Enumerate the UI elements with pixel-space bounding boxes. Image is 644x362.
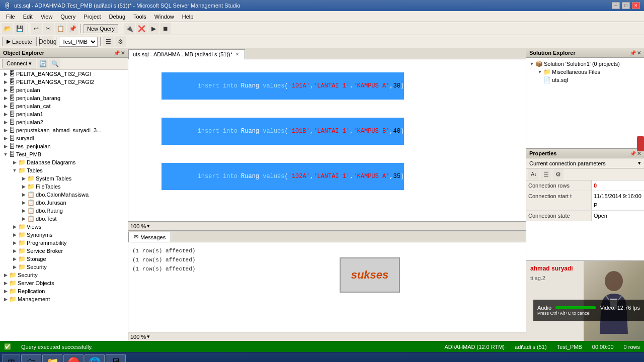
tree-item-synonyms[interactable]: ▶ 📁 Synonyms <box>0 231 128 239</box>
messages-icon: ✉ <box>134 234 138 240</box>
menu-view[interactable]: View <box>37 13 57 21</box>
tree-item-perpustakaan[interactable]: ▶ 🗄 perpustakaan_ahmad_suryadi_3... <box>0 126 128 134</box>
menu-debug[interactable]: Debug <box>105 13 129 21</box>
tree-item-solution[interactable]: ▼ 📦 Solution 'Solution1' (0 projects) <box>528 60 642 68</box>
taskbar-app-3[interactable]: 🔴 <box>63 354 84 363</box>
tree-item-penjualan2[interactable]: ▶ 🗄 penjualan2 <box>0 118 128 126</box>
toolbar-undo-btn[interactable]: ↩ <box>31 23 42 34</box>
menu-file[interactable]: File <box>2 13 19 21</box>
taskbar-app-1[interactable]: 🗂 <box>21 354 41 363</box>
tree-item-pelita1[interactable]: ▶ 🗄 PELITA_BANGSA_TI32_PAGI <box>0 70 128 78</box>
toolbar-open-btn[interactable]: 📂 <box>2 23 13 34</box>
editor-tab-close[interactable]: ✕ <box>235 52 239 57</box>
panel-pin-btn[interactable]: 📌 <box>114 50 120 56</box>
sukses-text: sukses <box>351 268 389 282</box>
tree-item-systables[interactable]: ▶ 📁 System Tables <box>0 174 128 183</box>
properties-dropdown-arrow[interactable]: ▾ <box>638 160 641 166</box>
results-zoom-dropdown[interactable]: ▾ <box>147 333 150 340</box>
tree-item-tes-penjualan[interactable]: ▶ 🗄 tes_penjualan <box>0 142 128 150</box>
minimize-button[interactable]: ─ <box>612 2 620 9</box>
menu-edit[interactable]: Edit <box>19 13 37 21</box>
tree-item-filetables[interactable]: ▶ 📁 FileTables <box>0 183 128 191</box>
tree-item-replication[interactable]: ▶ 📁 Replication <box>0 287 128 295</box>
toolbar-more-1[interactable]: ☰ <box>103 36 114 47</box>
props-prop-btn[interactable]: ⚙ <box>552 169 564 180</box>
tree-item-penjualan-cat[interactable]: ▶ 🗄 penjualan_cat <box>0 102 128 110</box>
tree-item-suryadi[interactable]: ▶ 🗄 suryadi <box>0 134 128 142</box>
toolbar-cut-btn[interactable]: ✂ <box>43 23 54 34</box>
tree-item-security-inner[interactable]: ▶ 📁 Security <box>0 263 128 271</box>
tree-item-jurusan[interactable]: ▶ 📋 dbo.Jurusan <box>0 199 128 207</box>
tree-item-penjualan-barang[interactable]: ▶ 🗄 penjualan_barang <box>0 94 128 102</box>
execute-button[interactable]: ▶ Execute <box>2 37 37 46</box>
tree-item-storage[interactable]: ▶ 📁 Storage <box>0 255 128 263</box>
tree-item-programmability[interactable]: ▶ 📁 Programmability <box>0 239 128 247</box>
toolbar-run-btn[interactable]: ▶ <box>148 23 159 34</box>
restore-button[interactable]: □ <box>622 2 630 9</box>
tree-item-tables[interactable]: ▼ 📁 Tables <box>0 166 128 174</box>
sol-close-btn[interactable]: ✕ <box>637 50 641 56</box>
tree-item-dbotest[interactable]: ▶ 📋 dbo.Test <box>0 215 128 223</box>
tree-arrow-solution: ▼ <box>528 61 535 66</box>
tree-item-penjualan1[interactable]: ▶ 🗄 penjualan1 <box>0 110 128 118</box>
tree-arrow-tables: ▼ <box>11 168 18 173</box>
tree-item-servicebroker[interactable]: ▶ 📁 Service Broker <box>0 247 128 255</box>
tree-item-uts-sql[interactable]: 📄 uts.sql <box>528 76 642 84</box>
debug-button[interactable]: Debug <box>42 36 53 47</box>
tree-arrow-pelita2: ▶ <box>2 79 9 84</box>
results-tab-messages[interactable]: ✉ Messages <box>128 232 171 242</box>
solution-tree: ▼ 📦 Solution 'Solution1' (0 projects) ▼ … <box>526 58 644 148</box>
tree-item-dbdiagrams[interactable]: ▶ 📁 Database Diagrams <box>0 158 128 166</box>
tree-arrow-misc: ▼ <box>536 69 543 74</box>
database-dropdown[interactable]: Test_PMB <box>59 37 98 47</box>
menu-help[interactable]: Help <box>178 13 198 21</box>
menu-tools[interactable]: Tools <box>129 13 150 21</box>
close-button[interactable]: ✕ <box>632 2 640 9</box>
code-editor[interactable]: insert into Ruang values('101A','LANTAI … <box>128 59 526 221</box>
toolbar-stop-btn[interactable]: ⏹ <box>160 23 171 34</box>
tree-arrow-tes-penjualan: ▶ <box>2 144 9 149</box>
tree-item-serverobjects[interactable]: ▶ 📁 Server Objects <box>0 279 128 287</box>
tree-item-penjualan[interactable]: ▶ 🗄 penjualan <box>0 86 128 94</box>
connect-button[interactable]: Connect ▾ <box>2 59 36 68</box>
toolbar-connect-btn[interactable]: 🔌 <box>124 23 135 34</box>
result-line-2: (1 row(s) affected) <box>132 255 522 264</box>
editor-zoom-dropdown[interactable]: ▾ <box>147 223 150 229</box>
tree-label-testpmb: Test_PMB <box>16 151 41 157</box>
start-button[interactable]: ⊞ <box>2 354 20 363</box>
taskbar-app-2[interactable]: 📁 <box>42 354 62 363</box>
tree-item-testpmb[interactable]: ▼ 🗄 Test_PMB <box>0 150 128 158</box>
props-pin-btn[interactable]: 📌 <box>630 151 636 156</box>
tree-item-pelita2[interactable]: ▶ 🗄 PELITA_BANGSA_TI32_PAGI2 <box>0 78 128 86</box>
tree-label-ruang: dbo.Ruang <box>36 208 63 214</box>
new-query-button[interactable]: New Query <box>84 24 118 33</box>
taskbar-app-5[interactable]: 🖥 <box>106 354 126 363</box>
tree-item-views[interactable]: ▶ 📁 Views <box>0 223 128 231</box>
right-scroll-indicator[interactable] <box>637 136 644 151</box>
editor-zoom-label: 100 % <box>130 223 146 229</box>
props-cat-btn[interactable]: ☰ <box>540 169 551 180</box>
db-icon-suryadi: 🗄 <box>9 135 15 142</box>
toolbar-paste-btn[interactable]: 📌 <box>67 23 78 34</box>
menu-project[interactable]: Project <box>79 13 105 21</box>
sol-pin-btn[interactable]: 📌 <box>630 50 636 56</box>
tree-item-security[interactable]: ▶ 📁 Security <box>0 271 128 279</box>
toolbar-disconnect-btn[interactable]: ❌ <box>136 23 147 34</box>
toolbar-more-2[interactable]: ⚙ <box>115 36 126 47</box>
toolbar-copy-btn[interactable]: 📋 <box>55 23 66 34</box>
tree-item-ruang[interactable]: ▶ 📋 dbo.Ruang <box>0 207 128 215</box>
editor-tab-uts[interactable]: uts.sql - ADI\AHMA...MB (adi\adi s (51))… <box>128 49 245 59</box>
refresh-btn[interactable]: 🔄 <box>37 58 48 69</box>
tree-item-misc-files[interactable]: ▼ 📁 Miscellaneous Files <box>528 68 642 76</box>
tree-item-management[interactable]: ▶ 📁 Management <box>0 295 128 303</box>
props-sort-btn[interactable]: A↓ <box>528 169 539 180</box>
panel-close-btn[interactable]: ✕ <box>121 50 125 56</box>
toolbar-save-btn[interactable]: 💾 <box>14 23 25 34</box>
menu-query[interactable]: Query <box>56 13 79 21</box>
filter-btn[interactable]: 🔍 <box>49 58 60 69</box>
prop-value-conn-rows: 0 <box>592 180 644 191</box>
tree-item-calonmhs[interactable]: ▶ 📋 dbo.CalonMahasiswa <box>0 191 128 199</box>
menu-window[interactable]: Window <box>150 13 178 21</box>
taskbar-app-4[interactable]: 🌐 <box>85 354 105 363</box>
props-close-btn[interactable]: ✕ <box>637 151 641 156</box>
